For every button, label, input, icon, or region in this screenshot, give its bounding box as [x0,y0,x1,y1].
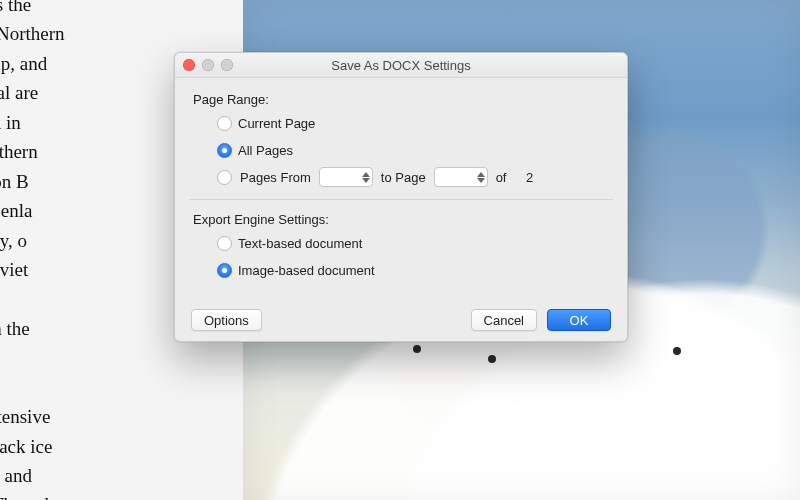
radio-pages-from-label: Pages From [240,170,311,185]
chevron-updown-icon [477,172,485,183]
pages-from-select[interactable] [319,167,373,187]
total-pages: 2 [526,170,533,185]
radio-all-pages[interactable] [217,143,232,158]
document-background: Nanuuq," as the only in the Northern arc… [0,0,800,500]
divider [189,199,613,200]
of-label: of [496,170,507,185]
radio-text-based[interactable] [217,236,232,251]
export-engine-label: Export Engine Settings: [193,212,609,227]
dialog-titlebar: Save As DOCX Settings [175,53,627,78]
pages-to-select[interactable] [434,167,488,187]
radio-image-based-row[interactable]: Image-based document [217,260,609,280]
svg-marker-3 [477,178,485,183]
radio-pages-from[interactable] [217,170,232,185]
export-engine-group: Text-based document Image-based document [193,233,609,280]
radio-current-page[interactable] [217,116,232,131]
options-button[interactable]: Options [191,309,262,331]
cancel-button[interactable]: Cancel [471,309,537,331]
window-controls [183,59,233,71]
page-range-group: Current Page All Pages Pages From [193,113,609,187]
save-as-docx-dialog: Save As DOCX Settings Page Range: Curren… [174,52,628,342]
ok-button[interactable]: OK [547,309,611,331]
dialog-title: Save As DOCX Settings [331,58,470,73]
to-page-label: to Page [381,170,426,185]
close-icon[interactable] [183,59,195,71]
radio-image-based-label: Image-based document [238,263,375,278]
radio-pages-from-row[interactable]: Pages From to Page [217,167,609,187]
radio-current-page-label: Current Page [238,116,315,131]
radio-text-based-row[interactable]: Text-based document [217,233,609,253]
radio-image-based[interactable] [217,263,232,278]
radio-all-pages-row[interactable]: All Pages [217,140,609,160]
svg-marker-0 [362,172,370,177]
chevron-updown-icon [362,172,370,183]
svg-marker-2 [477,172,485,177]
radio-text-based-label: Text-based document [238,236,362,251]
radio-current-page-row[interactable]: Current Page [217,113,609,133]
svg-marker-1 [362,178,370,183]
page-range-label: Page Range: [193,92,609,107]
dialog-footer: Options Cancel OK [175,309,627,331]
maximize-icon [221,59,233,71]
radio-all-pages-label: All Pages [238,143,293,158]
dialog-body: Page Range: Current Page All Pages Pages… [175,78,627,292]
minimize-icon [202,59,214,71]
